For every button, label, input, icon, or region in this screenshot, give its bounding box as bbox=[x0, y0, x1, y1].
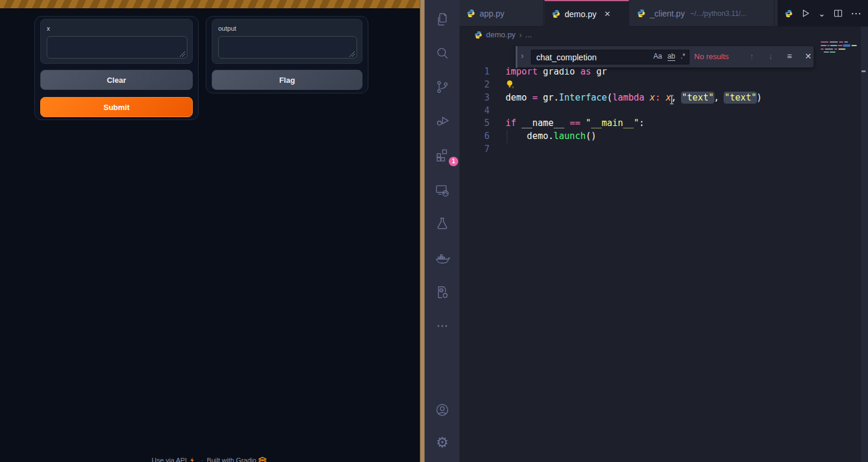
line-number: 6 bbox=[471, 130, 490, 143]
textbox-block-x: x bbox=[40, 19, 193, 64]
activity-bar: 1 ⚙ bbox=[425, 0, 459, 462]
extensions-icon[interactable]: 1 bbox=[435, 147, 450, 163]
editor-actions: ⌄ ⋯ bbox=[778, 0, 868, 27]
find-widget: › Aa ab .* No results ↑ ↓ ≡ ✕ bbox=[515, 46, 814, 68]
scrollbar-track[interactable] bbox=[861, 27, 868, 462]
more-actions-icon[interactable]: ⋯ bbox=[851, 7, 861, 20]
breadcrumb-file[interactable]: demo.py bbox=[486, 30, 516, 39]
remote-explorer-icon[interactable] bbox=[435, 183, 450, 198]
input-column-card: x Clear Submit bbox=[34, 16, 199, 120]
tab-close-icon[interactable]: ✕ bbox=[604, 9, 611, 18]
gradio-app-panel: x Clear Submit output Flag Use via API·B… bbox=[0, 0, 420, 462]
output-column-card: output Flag bbox=[206, 16, 368, 93]
tab-label: app.py bbox=[480, 9, 504, 18]
gradio-logo-icon bbox=[258, 457, 267, 462]
python-file-icon bbox=[474, 31, 482, 39]
find-expand-chevron-icon[interactable]: › bbox=[521, 51, 524, 60]
line-number: 7 bbox=[471, 143, 490, 156]
flag-button[interactable]: Flag bbox=[212, 70, 362, 90]
api-plug-icon bbox=[189, 457, 196, 462]
line-number: 3 bbox=[471, 92, 490, 105]
source-control-icon[interactable] bbox=[435, 79, 450, 95]
use-via-api-link[interactable]: Use via API bbox=[151, 457, 186, 462]
next-match-icon[interactable]: ↓ bbox=[769, 51, 773, 61]
breadcrumb[interactable]: demo.py › ... bbox=[459, 27, 868, 43]
regex-icon[interactable]: .* bbox=[681, 52, 685, 61]
python-file-icon bbox=[467, 9, 475, 18]
split-editor-icon[interactable] bbox=[833, 8, 843, 18]
textbox-label-x: x bbox=[47, 25, 50, 32]
overview-ruler-marker bbox=[861, 70, 866, 72]
search-icon[interactable] bbox=[435, 46, 450, 61]
lightbulb-code-action-icon[interactable] bbox=[506, 80, 514, 92]
vscode-panel: 1 ⚙ app.p bbox=[425, 0, 868, 462]
python-file-icon bbox=[637, 9, 646, 18]
tab-label: _client.py bbox=[650, 9, 685, 18]
line-number: 5 bbox=[471, 117, 490, 130]
find-results-status: No results bbox=[694, 52, 729, 61]
submit-button[interactable]: Submit bbox=[40, 97, 193, 117]
line-number: 1 bbox=[471, 66, 490, 79]
task-config-icon[interactable] bbox=[435, 285, 450, 300]
resize-grip-icon[interactable] bbox=[180, 51, 185, 57]
testing-beaker-icon[interactable] bbox=[435, 216, 450, 231]
textbox-label-output: output bbox=[218, 25, 237, 32]
more-views-icon[interactable] bbox=[435, 318, 450, 334]
code-line-3: demo = gr.Interface(lambda x: x, "text",… bbox=[506, 92, 762, 105]
gradio-footer: Use via API·Built with Gradio bbox=[0, 456, 420, 462]
run-debug-icon[interactable] bbox=[435, 113, 450, 128]
settings-gear-icon[interactable]: ⚙ bbox=[435, 435, 450, 450]
find-resize-sash[interactable] bbox=[516, 46, 517, 68]
find-input-box: Aa ab .* bbox=[531, 50, 689, 64]
whole-word-icon[interactable]: ab bbox=[668, 52, 675, 61]
breadcrumb-separator-icon: › bbox=[519, 30, 522, 40]
close-find-icon[interactable]: ✕ bbox=[805, 51, 812, 61]
tab-bar: app.py demo.py ✕ _client.py ~/.../python… bbox=[459, 0, 868, 27]
breadcrumb-more[interactable]: ... bbox=[526, 30, 532, 39]
built-with-gradio-link[interactable]: Built with Gradio bbox=[207, 457, 257, 462]
run-file-icon[interactable] bbox=[801, 8, 811, 18]
output-textarea[interactable] bbox=[218, 36, 357, 59]
code-line-5: if __name__ == "__main__": bbox=[506, 117, 644, 130]
screen: x Clear Submit output Flag Use via API·B… bbox=[0, 0, 868, 462]
find-input[interactable] bbox=[532, 50, 644, 64]
run-dropdown-chevron-icon[interactable]: ⌄ bbox=[818, 9, 825, 18]
tab-path-detail: ~/.../python3.11/... bbox=[690, 9, 747, 18]
progress-stripe-bar bbox=[0, 0, 420, 8]
input-textarea-x[interactable] bbox=[47, 36, 187, 59]
clear-button[interactable]: Clear bbox=[40, 70, 193, 90]
code-editor[interactable]: 1 2 3 4 5 6 7 import gradio as gr demo =… bbox=[459, 43, 861, 462]
mouse-ibeam-cursor bbox=[669, 95, 675, 107]
previous-match-icon[interactable]: ↑ bbox=[750, 51, 754, 61]
line-number: 4 bbox=[471, 105, 490, 118]
find-in-selection-icon[interactable]: ≡ bbox=[787, 51, 792, 61]
resize-grip-icon[interactable] bbox=[349, 51, 355, 57]
tab-label: demo.py bbox=[565, 9, 597, 19]
account-icon[interactable] bbox=[435, 402, 450, 418]
textbox-block-output: output bbox=[212, 19, 362, 64]
python-file-icon bbox=[552, 9, 561, 18]
extensions-badge: 1 bbox=[449, 157, 458, 166]
python-interpreter-icon[interactable] bbox=[785, 9, 793, 18]
explorer-icon[interactable] bbox=[435, 12, 450, 27]
tab-demo-py[interactable]: demo.py ✕ bbox=[545, 0, 629, 27]
tab-app-py[interactable]: app.py bbox=[459, 0, 544, 27]
footer-separator: · bbox=[201, 457, 203, 462]
match-case-icon[interactable]: Aa bbox=[653, 52, 662, 61]
window-divider-strip[interactable] bbox=[420, 0, 425, 462]
docker-icon[interactable] bbox=[435, 251, 450, 267]
line-number: 2 bbox=[471, 79, 490, 92]
minimap[interactable] bbox=[821, 39, 859, 57]
tab-client-py[interactable]: _client.py ~/.../python3.11/... bbox=[630, 0, 775, 27]
code-line-6: demo.launch() bbox=[506, 130, 597, 143]
